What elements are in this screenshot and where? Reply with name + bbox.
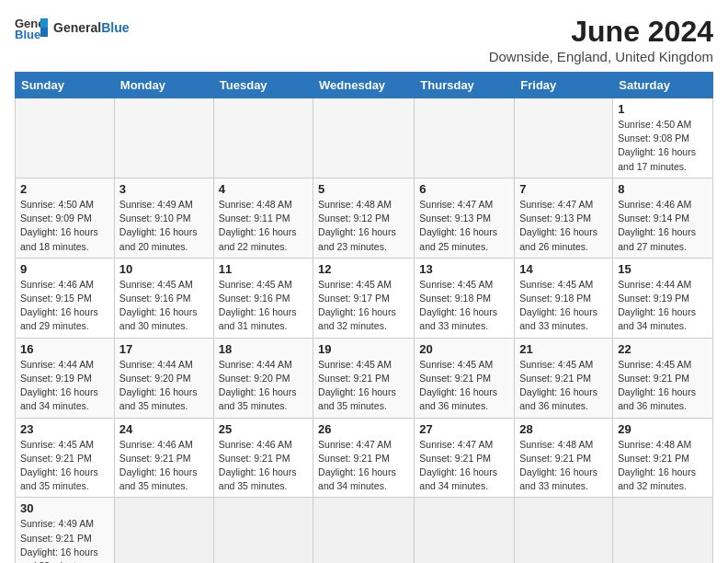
day-info: Sunrise: 4:45 AM Sunset: 9:17 PM Dayligh… xyxy=(318,278,409,334)
day-info: Sunrise: 4:46 AM Sunset: 9:21 PM Dayligh… xyxy=(119,438,209,494)
day-number: 2 xyxy=(20,182,109,196)
title-area: June 2024 Downside, England, United King… xyxy=(489,15,713,64)
day-info: Sunrise: 4:46 AM Sunset: 9:21 PM Dayligh… xyxy=(219,438,308,494)
day-info: Sunrise: 4:49 AM Sunset: 9:10 PM Dayligh… xyxy=(119,198,209,254)
calendar-cell: 25Sunrise: 4:46 AM Sunset: 9:21 PM Dayli… xyxy=(213,418,313,498)
col-header-sunday: Sunday xyxy=(16,73,115,98)
day-number: 20 xyxy=(419,342,509,356)
day-number: 16 xyxy=(20,342,109,356)
calendar-cell: 7Sunrise: 4:47 AM Sunset: 9:13 PM Daylig… xyxy=(515,178,613,258)
day-number: 10 xyxy=(119,262,209,276)
calendar-cell: 11Sunrise: 4:45 AM Sunset: 9:16 PM Dayli… xyxy=(213,258,313,338)
day-info: Sunrise: 4:48 AM Sunset: 9:21 PM Dayligh… xyxy=(519,438,608,494)
calendar-cell xyxy=(213,498,313,563)
day-info: Sunrise: 4:47 AM Sunset: 9:13 PM Dayligh… xyxy=(419,198,509,254)
calendar-table: SundayMondayTuesdayWednesdayThursdayFrid… xyxy=(15,72,713,563)
day-number: 1 xyxy=(618,102,708,116)
calendar-cell xyxy=(16,98,115,178)
calendar-cell: 12Sunrise: 4:45 AM Sunset: 9:17 PM Dayli… xyxy=(313,258,415,338)
calendar-cell: 8Sunrise: 4:46 AM Sunset: 9:14 PM Daylig… xyxy=(613,178,713,258)
day-number: 15 xyxy=(618,262,708,276)
calendar-cell: 3Sunrise: 4:49 AM Sunset: 9:10 PM Daylig… xyxy=(114,178,213,258)
day-info: Sunrise: 4:50 AM Sunset: 9:08 PM Dayligh… xyxy=(618,118,708,174)
day-info: Sunrise: 4:45 AM Sunset: 9:18 PM Dayligh… xyxy=(519,278,608,334)
day-number: 14 xyxy=(519,262,608,276)
day-number: 24 xyxy=(119,422,209,436)
logo: General Blue GeneralBlue xyxy=(15,15,129,40)
day-number: 26 xyxy=(318,422,409,436)
calendar-cell xyxy=(515,98,613,178)
col-header-saturday: Saturday xyxy=(613,73,713,98)
calendar-cell: 1Sunrise: 4:50 AM Sunset: 9:08 PM Daylig… xyxy=(613,98,713,178)
day-info: Sunrise: 4:45 AM Sunset: 9:16 PM Dayligh… xyxy=(119,278,209,334)
day-info: Sunrise: 4:49 AM Sunset: 9:21 PM Dayligh… xyxy=(20,517,109,563)
calendar-cell xyxy=(415,98,515,178)
header: General Blue GeneralBlue June 2024 Downs… xyxy=(15,15,713,64)
day-info: Sunrise: 4:45 AM Sunset: 9:18 PM Dayligh… xyxy=(419,278,509,334)
calendar-cell: 21Sunrise: 4:45 AM Sunset: 9:21 PM Dayli… xyxy=(515,338,613,418)
col-header-tuesday: Tuesday xyxy=(213,73,313,98)
calendar-cell: 10Sunrise: 4:45 AM Sunset: 9:16 PM Dayli… xyxy=(114,258,213,338)
day-info: Sunrise: 4:44 AM Sunset: 9:19 PM Dayligh… xyxy=(20,358,109,414)
day-info: Sunrise: 4:45 AM Sunset: 9:16 PM Dayligh… xyxy=(219,278,308,334)
calendar-cell xyxy=(415,498,515,563)
day-number: 9 xyxy=(20,262,109,276)
calendar-cell: 17Sunrise: 4:44 AM Sunset: 9:20 PM Dayli… xyxy=(114,338,213,418)
day-info: Sunrise: 4:45 AM Sunset: 9:21 PM Dayligh… xyxy=(318,358,409,414)
day-info: Sunrise: 4:45 AM Sunset: 9:21 PM Dayligh… xyxy=(618,358,708,414)
col-header-monday: Monday xyxy=(114,73,213,98)
day-info: Sunrise: 4:47 AM Sunset: 9:21 PM Dayligh… xyxy=(419,438,509,494)
day-number: 13 xyxy=(419,262,509,276)
calendar-cell: 29Sunrise: 4:48 AM Sunset: 9:21 PM Dayli… xyxy=(613,418,713,498)
calendar-cell: 27Sunrise: 4:47 AM Sunset: 9:21 PM Dayli… xyxy=(415,418,515,498)
calendar-cell xyxy=(515,498,613,563)
svg-marker-3 xyxy=(40,28,48,37)
day-number: 3 xyxy=(119,182,209,196)
day-number: 25 xyxy=(219,422,308,436)
calendar-cell: 16Sunrise: 4:44 AM Sunset: 9:19 PM Dayli… xyxy=(16,338,115,418)
day-info: Sunrise: 4:45 AM Sunset: 9:21 PM Dayligh… xyxy=(419,358,509,414)
calendar-cell xyxy=(313,498,415,563)
day-number: 27 xyxy=(419,422,509,436)
day-info: Sunrise: 4:48 AM Sunset: 9:11 PM Dayligh… xyxy=(219,198,308,254)
calendar-cell: 5Sunrise: 4:48 AM Sunset: 9:12 PM Daylig… xyxy=(313,178,415,258)
day-number: 22 xyxy=(618,342,708,356)
svg-text:Blue: Blue xyxy=(15,28,40,40)
calendar-cell: 9Sunrise: 4:46 AM Sunset: 9:15 PM Daylig… xyxy=(16,258,115,338)
day-number: 28 xyxy=(519,422,608,436)
day-number: 5 xyxy=(318,182,409,196)
calendar-cell: 23Sunrise: 4:45 AM Sunset: 9:21 PM Dayli… xyxy=(16,418,115,498)
logo-icon: General Blue xyxy=(15,15,48,40)
day-number: 21 xyxy=(519,342,608,356)
calendar-header: SundayMondayTuesdayWednesdayThursdayFrid… xyxy=(16,73,713,98)
logo-blue: Blue xyxy=(101,20,129,35)
calendar-cell xyxy=(313,98,415,178)
day-number: 11 xyxy=(219,262,308,276)
col-header-thursday: Thursday xyxy=(415,73,515,98)
day-info: Sunrise: 4:50 AM Sunset: 9:09 PM Dayligh… xyxy=(20,198,109,254)
day-info: Sunrise: 4:44 AM Sunset: 9:20 PM Dayligh… xyxy=(119,358,209,414)
day-number: 7 xyxy=(519,182,608,196)
calendar-cell xyxy=(114,498,213,563)
location: Downside, England, United Kingdom xyxy=(489,49,713,64)
svg-marker-2 xyxy=(40,18,48,28)
day-number: 23 xyxy=(20,422,109,436)
calendar-cell: 24Sunrise: 4:46 AM Sunset: 9:21 PM Dayli… xyxy=(114,418,213,498)
calendar-cell xyxy=(213,98,313,178)
day-number: 29 xyxy=(618,422,708,436)
calendar-cell xyxy=(114,98,213,178)
calendar-cell: 18Sunrise: 4:44 AM Sunset: 9:20 PM Dayli… xyxy=(213,338,313,418)
calendar-cell: 14Sunrise: 4:45 AM Sunset: 9:18 PM Dayli… xyxy=(515,258,613,338)
calendar-cell: 30Sunrise: 4:49 AM Sunset: 9:21 PM Dayli… xyxy=(16,498,115,563)
calendar-cell: 15Sunrise: 4:44 AM Sunset: 9:19 PM Dayli… xyxy=(613,258,713,338)
day-number: 6 xyxy=(419,182,509,196)
day-info: Sunrise: 4:46 AM Sunset: 9:15 PM Dayligh… xyxy=(20,278,109,334)
calendar-cell: 13Sunrise: 4:45 AM Sunset: 9:18 PM Dayli… xyxy=(415,258,515,338)
logo-general: General xyxy=(53,20,101,35)
month-title: June 2024 xyxy=(489,15,713,49)
calendar-cell: 20Sunrise: 4:45 AM Sunset: 9:21 PM Dayli… xyxy=(415,338,515,418)
day-number: 17 xyxy=(119,342,209,356)
day-number: 4 xyxy=(219,182,308,196)
day-number: 30 xyxy=(20,501,109,515)
day-info: Sunrise: 4:46 AM Sunset: 9:14 PM Dayligh… xyxy=(618,198,708,254)
